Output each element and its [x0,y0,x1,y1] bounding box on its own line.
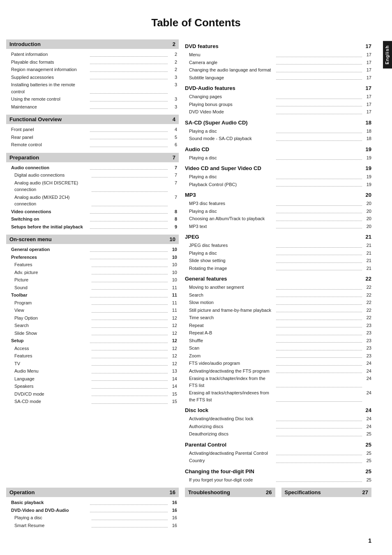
toc-entry: Basic playback16 [6,499,179,507]
toc-page: 10 [169,254,177,261]
toc-entry: Setups before the initial playback9 [6,223,179,231]
toc-label: Audio Menu [14,368,90,375]
toc-page: 16 [169,499,177,506]
toc-page: 14 [169,375,177,382]
toc-entry: Access12 [6,345,179,352]
rtoc-page: 25 [363,431,371,438]
rtoc-page: 22 [363,299,371,306]
rtoc-label: Playing a disc [189,208,275,215]
dots [92,391,168,396]
rtoc-label: Playing a disc [189,250,275,257]
dots [90,59,168,64]
toc-label: Playing a disc [14,514,90,521]
dots [90,499,168,505]
toc-page: 16 [169,522,177,529]
toc-label: Basic playback [11,499,89,506]
toc-entry: Supplied accessories3 [6,74,179,81]
right-section-page: 19 [366,146,371,152]
rtoc-label: Deauthorizing discs [189,431,275,438]
toc-label: Patent information [11,51,89,58]
toc-page: 8 [169,208,177,215]
toc-page: 11 [169,284,177,291]
toc-page: 5 [169,134,177,141]
toc-page: 7 [169,180,177,193]
right-section-title: Changing the four-digit PIN [185,468,254,474]
rtoc-entry: Repeat A-B23 [185,329,371,337]
dots [276,457,362,463]
bottom-row: Operation16Basic playback16DVD-Video and… [0,488,392,529]
dots [276,292,362,297]
toc-entry: Maintenance3 [6,103,179,111]
toc-page: 15 [169,391,177,398]
dots [276,352,362,358]
toc-entry: DVD-Video and DVD-Audio16 [6,507,179,514]
dots [276,322,362,328]
dots [90,134,168,140]
rtoc-entry: Rotating the image21 [185,265,371,272]
rtoc-label: Activating/deactivating the FTS program [189,368,275,375]
toc-entry: Analog audio (6CH DISCRETE) connection7 [6,179,179,193]
rtoc-page: 17 [363,74,371,81]
rtoc-entry: Moving to another segment22 [185,283,371,291]
dots [92,276,168,282]
rtoc-page: 19 [363,154,371,161]
toc-entry: Audio connection7 [6,164,179,172]
bottom-right-sections: Troubleshooting26Specifications27 [185,488,384,529]
toc-label: Slide Show [14,330,90,337]
toc-label: Installing batteries in the remote contr… [11,81,89,95]
section-title: Operation [9,489,35,495]
rtoc-entry: Playing a disc18 [185,127,371,135]
toc-page: 12 [169,315,177,322]
dots [276,431,362,436]
right-section-header: Disc lock 24 [185,406,371,414]
dots [276,477,362,482]
section-title: Troubleshooting [188,489,230,495]
rtoc-label: Repeat [189,322,275,329]
toc-page: 11 [169,307,177,314]
rtoc-entry: Time search22 [185,314,371,322]
dots [92,345,168,351]
rtoc-entry: Playing a disc19 [185,173,371,181]
toc-label: View [14,307,90,314]
rtoc-entry: Search22 [185,291,371,299]
toc-entry: Using the remote control3 [6,95,179,103]
rtoc-entry: MP3 text20 [185,223,371,230]
rtoc-page: 20 [363,208,371,215]
toc-entry: Adv. picture10 [6,269,179,276]
toc-label: Rear panel [11,134,89,141]
dots [92,172,168,177]
dots [276,101,362,107]
toc-label: Using the remote control [11,96,89,103]
right-section-title: DVD features [185,43,219,49]
bottom-left-section: Operation16Basic playback16DVD-Video and… [6,488,179,529]
toc-entry: Program11 [6,299,179,307]
rtoc-page: 23 [363,352,371,359]
toc-page: 3 [169,96,177,103]
toc-entry: Analog audio (MIXED 2CH) connection7 [6,193,179,208]
toc-entry: Front panel4 [6,126,179,134]
right-section-page: 18 [366,120,371,126]
toc-page: 8 [169,216,177,223]
dots [90,223,168,229]
toc-entry: Switching on8 [6,215,179,223]
toc-entry: Patent information2 [6,51,179,58]
right-section-page: 22 [366,276,371,282]
section-title: Functional Overview [9,116,62,122]
toc-page: 7 [169,172,177,179]
rtoc-label: Scan [189,345,275,352]
dots [92,322,168,328]
toc-label: Setups before the initial playback [11,223,89,230]
toc-entry: Smart Resume16 [6,522,179,530]
toc-page: 16 [169,514,177,521]
dots [90,216,168,221]
page-title: Table of Contents [0,16,392,29]
section-header: Functional Overview4 [6,115,179,124]
dots [276,345,362,350]
right-section-page: 17 [366,85,371,91]
toc-page: 11 [169,299,177,306]
rtoc-label: Erasing all tracks/chapters/indexes from… [189,389,275,403]
rtoc-page: 25 [363,457,371,464]
page-container: English Table of Contents Introduction2P… [0,0,392,555]
rtoc-entry: Playing a disc19 [185,154,371,162]
rtoc-label: Menu [189,51,275,58]
